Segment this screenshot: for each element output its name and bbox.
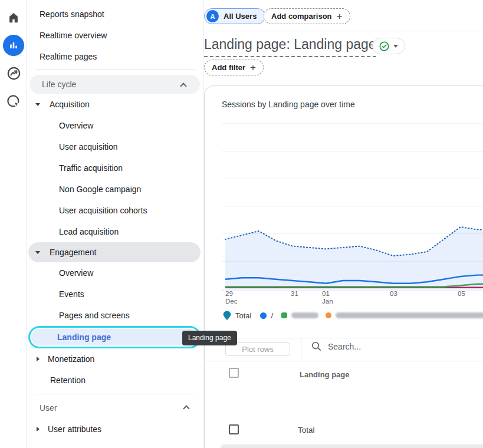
sidebar-item-non-google-campaign[interactable]: Non Google campaign xyxy=(27,179,203,200)
segment-avatar: A xyxy=(206,10,219,22)
toolbar-top-divider xyxy=(204,338,483,338)
sidebar-item-label: Landing page xyxy=(30,332,111,342)
sidebar-item-label: Realtime pages xyxy=(40,52,97,61)
sidebar-item-realtime-pages[interactable]: Realtime pages xyxy=(27,46,203,67)
search-input[interactable] xyxy=(328,342,458,351)
sidebar-item-acquisition-overview[interactable]: Overview xyxy=(27,115,203,136)
x-axis-tick: 03 xyxy=(390,290,397,298)
total-row-label: Total xyxy=(298,426,315,434)
sidebar-item-label: Pages and screens xyxy=(59,311,130,320)
reports-sidebar: Reports snapshot Realtime overview Realt… xyxy=(27,0,203,448)
table-row-divider xyxy=(221,444,483,448)
chevron-up-icon xyxy=(180,83,186,89)
bar-chart-icon xyxy=(3,35,24,56)
sidebar-item-user-attributes[interactable]: User attributes xyxy=(27,419,203,440)
sidebar-item-realtime-overview[interactable]: Realtime overview xyxy=(27,25,203,46)
sidebar-item-events[interactable]: Events xyxy=(27,284,203,305)
sidebar-item-traffic-acquisition[interactable]: Traffic acquisition xyxy=(27,157,203,179)
section-label: Life cycle xyxy=(29,80,76,89)
x-axis-tick: 31 xyxy=(291,290,298,298)
section-label: User xyxy=(27,403,57,413)
search-icon xyxy=(311,341,322,352)
sidebar-item-label: Overview xyxy=(59,121,93,130)
sidebar-item-label: Acquisition xyxy=(50,100,90,109)
sidebar-item-label: Reports snapshot xyxy=(40,9,104,19)
total-marker-icon xyxy=(223,311,231,321)
sidebar-item-user-acquisition[interactable]: User acquisition xyxy=(27,136,203,157)
plus-icon: + xyxy=(250,62,256,73)
caret-down-icon xyxy=(393,45,398,48)
home-icon[interactable] xyxy=(0,11,27,24)
app-rail xyxy=(0,0,27,448)
x-axis-tick: 29Dec xyxy=(225,290,237,305)
page-title[interactable]: Landing page: Landing page xyxy=(204,37,376,57)
sidebar-item-monetization[interactable]: Monetization xyxy=(27,348,203,370)
legend-label-redacted[interactable] xyxy=(336,312,483,318)
toolbar-bottom-divider xyxy=(204,361,483,361)
sidebar-item-retention[interactable]: Retention xyxy=(27,370,203,391)
sessions-line-chart xyxy=(222,118,483,295)
sidebar-item-label: Lead acquisition xyxy=(59,227,119,236)
legend-total-label[interactable]: Total xyxy=(235,311,251,320)
sidebar-item-label: Monetization xyxy=(48,354,94,364)
check-circle-icon xyxy=(379,41,389,51)
add-filter-button[interactable]: Add filter + xyxy=(204,60,264,75)
header-divider xyxy=(204,31,483,31)
sidebar-divider xyxy=(35,394,195,394)
explore-compass-icon[interactable] xyxy=(0,65,27,81)
sidebar-item-engagement-overview[interactable]: Overview xyxy=(27,262,203,284)
sidebar-section-life-cycle[interactable]: Life cycle xyxy=(29,75,200,94)
x-axis-tick: 01Jan xyxy=(322,290,333,305)
sidebar-item-pages-and-screens[interactable]: Pages and screens xyxy=(27,305,203,326)
plus-icon: + xyxy=(337,11,343,21)
report-status-dropdown[interactable] xyxy=(372,38,405,54)
sidebar-item-lead-acquisition[interactable]: Lead acquisition xyxy=(27,221,203,242)
sidebar-item-landing-page-selected[interactable]: Landing page xyxy=(28,326,201,348)
toolbar-vertical-divider xyxy=(301,338,301,360)
sidebar-item-user-acquisition-cohorts[interactable]: User acquisition cohorts xyxy=(27,200,203,221)
sidebar-item-reports-snapshot[interactable]: Reports snapshot xyxy=(27,4,203,25)
reports-nav-icon[interactable] xyxy=(0,35,27,56)
collapsed-arrow-icon xyxy=(37,427,40,431)
legend-dot-green xyxy=(281,312,287,318)
sidebar-item-label: User attributes xyxy=(48,424,101,434)
legend-dot-orange xyxy=(326,312,331,318)
sidebar-item-label: User acquisition xyxy=(59,142,118,151)
collapsed-arrow-icon xyxy=(37,357,40,361)
sidebar-item-label: Non Google campaign xyxy=(59,185,141,194)
table-search xyxy=(311,341,458,352)
expanded-arrow-icon xyxy=(35,103,40,106)
legend-slash-label[interactable]: / xyxy=(271,311,273,320)
chevron-up-icon xyxy=(183,405,189,411)
legend-label-redacted[interactable] xyxy=(291,312,318,318)
segment-label: All Users xyxy=(224,12,257,21)
all-users-segment-chip[interactable]: A All Users xyxy=(204,8,265,24)
column-header-landing-page[interactable]: Landing page xyxy=(300,370,350,379)
ga4-reports-page: Reports snapshot Realtime overview Realt… xyxy=(0,0,483,448)
add-filter-label: Add filter xyxy=(212,63,245,72)
add-comparison-button[interactable]: Add comparison + xyxy=(264,8,350,24)
landing-page-tooltip: Landing page xyxy=(182,331,237,345)
expanded-arrow-icon xyxy=(35,251,40,254)
total-row-checkbox[interactable] xyxy=(229,424,239,434)
sidebar-item-engagement[interactable]: Engagement xyxy=(28,242,201,262)
sidebar-item-label: Retention xyxy=(50,375,86,385)
sidebar-item-acquisition[interactable]: Acquisition xyxy=(27,94,203,115)
sidebar-section-user[interactable]: User xyxy=(27,397,203,419)
chart-title: Sessions by Landing page over time xyxy=(222,100,355,109)
chart-legend: Total / xyxy=(223,309,483,321)
sidebar-item-label: User acquisition cohorts xyxy=(59,206,147,215)
add-comparison-label: Add comparison xyxy=(271,12,332,21)
sidebar-item-label: Traffic acquisition xyxy=(59,163,123,173)
sidebar-item-label: Events xyxy=(59,289,84,299)
sidebar-divider xyxy=(35,69,195,70)
sidebar-item-label: Realtime overview xyxy=(40,31,107,40)
select-all-checkbox[interactable] xyxy=(229,368,239,378)
x-axis-tick: 05 xyxy=(458,290,465,298)
legend-dot-blue xyxy=(260,312,267,319)
sidebar-item-label: Engagement xyxy=(50,248,96,257)
advertising-cursor-icon[interactable] xyxy=(0,94,27,110)
sidebar-item-label: Overview xyxy=(59,268,93,278)
